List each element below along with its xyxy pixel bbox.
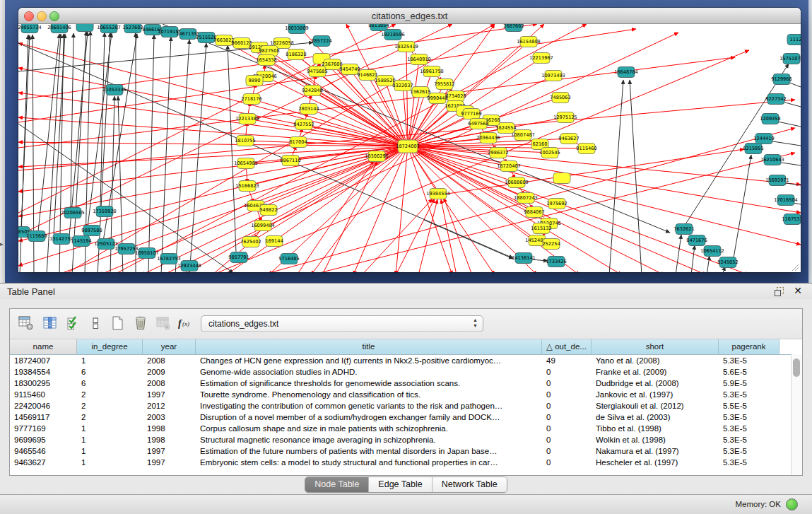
column-header-pagerank[interactable]: pagerank bbox=[719, 339, 779, 354]
graph-node[interactable]: 9884067 bbox=[524, 207, 544, 218]
graph-node[interactable]: 9129966 bbox=[771, 74, 792, 85]
table-row[interactable]: 969969511998Structural magnetic resonanc… bbox=[10, 434, 802, 445]
graph-node[interactable]: 1975692 bbox=[546, 199, 567, 209]
graph-node[interactable]: 17016504 bbox=[774, 195, 798, 206]
new-table-icon[interactable] bbox=[109, 314, 127, 332]
right-panel-divider[interactable] bbox=[808, 0, 812, 283]
graph-node[interactable]: 9475685 bbox=[307, 66, 327, 77]
graph-node[interactable]: 2803144 bbox=[298, 104, 319, 115]
graph-node[interactable]: 18720407 bbox=[497, 161, 521, 172]
graph-node[interactable]: 8215955 bbox=[743, 144, 763, 154]
function-builder-icon[interactable]: f (x) bbox=[177, 314, 195, 332]
resize-grip-icon[interactable] bbox=[792, 264, 799, 271]
graph-node[interactable]: 1810755 bbox=[235, 136, 255, 146]
graph-node[interactable]: 1733426 bbox=[546, 257, 566, 267]
graph-node[interactable]: 5716485 bbox=[278, 254, 299, 264]
graph-node[interactable]: 1654338 bbox=[256, 55, 276, 66]
graph-node[interactable]: 18300295 bbox=[365, 151, 389, 162]
graph-node[interactable]: 10655287 bbox=[97, 24, 121, 33]
table-row[interactable]: 2242004622012Investigating the contribut… bbox=[10, 400, 802, 411]
table-row[interactable]: 1830029562008Estimation of significance … bbox=[10, 378, 802, 389]
graph-node[interactable]: 12213967 bbox=[529, 53, 553, 64]
graph-node[interactable]: 18325419 bbox=[394, 42, 418, 52]
graph-node[interactable]: 9227342 bbox=[765, 94, 786, 105]
table-row[interactable]: 911546021997Tourette syndrome. Phenomeno… bbox=[10, 389, 802, 400]
graph-node[interactable]: 9990448 bbox=[427, 93, 447, 104]
graph-node[interactable]: 10654985 bbox=[234, 158, 258, 169]
window-titlebar[interactable]: citations_edges.txt bbox=[18, 8, 801, 24]
table-row[interactable]: 1872400712008Changes of HCN gene express… bbox=[10, 355, 802, 366]
graph-node[interactable]: 1167533 bbox=[782, 214, 801, 225]
graph-node[interactable]: 13142757 bbox=[49, 234, 73, 245]
graph-node[interactable]: 8471676 bbox=[686, 235, 707, 246]
graph-node[interactable]: 10654112 bbox=[700, 246, 724, 257]
graph-node[interactable]: 10973493 bbox=[541, 71, 565, 81]
graph-node[interactable]: 6734028 bbox=[445, 91, 466, 102]
float-panel-icon[interactable] bbox=[775, 287, 784, 296]
panel-collapse-arrow[interactable]: ▸ bbox=[0, 241, 4, 247]
graph-node[interactable]: 9777169 bbox=[461, 109, 481, 119]
network-view-canvas[interactable]: 2405572420691406106552871527602846616010… bbox=[18, 24, 801, 272]
graph-node[interactable]: 2718176 bbox=[241, 94, 261, 105]
graph-node[interactable]: 9245652 bbox=[717, 257, 738, 268]
citation-network-graph[interactable]: 2405572420691406106552871527602846616010… bbox=[18, 24, 801, 272]
graph-node[interactable]: 16782753 bbox=[157, 254, 181, 264]
graph-node[interactable]: 1244419 bbox=[753, 134, 774, 144]
graph-node[interactable]: 20206505 bbox=[61, 208, 85, 218]
graph-node[interactable]: 18807243 bbox=[514, 193, 538, 204]
graph-node[interactable]: 16154808 bbox=[517, 37, 541, 47]
graph-node[interactable]: 9097588 bbox=[81, 226, 102, 236]
table-row[interactable]: 977716911998Corpus callosum shape and si… bbox=[10, 423, 802, 434]
graph-node[interactable]: 8427552 bbox=[293, 119, 314, 130]
graph-node[interactable]: 12213389 bbox=[235, 114, 259, 124]
graph-node[interactable]: 15166823 bbox=[235, 181, 259, 192]
column-header-name[interactable]: name bbox=[10, 339, 77, 354]
graph-node[interactable]: 18724007 bbox=[396, 140, 420, 153]
graph-node[interactable]: 16648784 bbox=[614, 67, 638, 78]
graph-node[interactable]: 16961758 bbox=[420, 66, 444, 77]
graph-node[interactable] bbox=[553, 173, 570, 184]
table-row[interactable]: 946554611997Estimation of the future num… bbox=[10, 445, 802, 457]
row-height-icon[interactable] bbox=[86, 314, 105, 332]
tab-node-table[interactable]: Node Table bbox=[305, 477, 368, 492]
select-all-rows-icon[interactable] bbox=[64, 314, 83, 332]
graph-node[interactable]: 19384554 bbox=[426, 189, 450, 199]
tab-network-table[interactable]: Network Table bbox=[432, 477, 507, 492]
table-settings-icon[interactable] bbox=[17, 314, 35, 332]
graph-node[interactable]: 9115460 bbox=[576, 144, 596, 154]
graph-node[interactable]: 20691406 bbox=[47, 24, 71, 33]
graph-node[interactable]: 1615132 bbox=[531, 223, 551, 234]
graph-node[interactable]: 9890 bbox=[246, 76, 263, 86]
graph-node[interactable]: 1209358 bbox=[760, 114, 780, 124]
memory-status-indicator[interactable] bbox=[786, 498, 798, 510]
graph-node[interactable]: 1527602 bbox=[122, 24, 143, 33]
graph-node[interactable]: 19218596 bbox=[381, 30, 405, 40]
graph-node[interactable]: 1145194 bbox=[71, 236, 91, 247]
graph-node[interactable]: 9242848 bbox=[302, 86, 322, 96]
graph-node[interactable]: 7632621 bbox=[673, 224, 694, 235]
graph-node[interactable]: 10688609 bbox=[505, 177, 529, 188]
graph-node[interactable]: 16210643 bbox=[760, 155, 784, 165]
graph-node[interactable]: 9857791 bbox=[228, 252, 249, 263]
graph-node[interactable]: 16958107 bbox=[135, 248, 159, 259]
table-row[interactable]: 1456911722003Disruption of a novel membe… bbox=[10, 411, 802, 423]
graph-node[interactable]: 17359928 bbox=[93, 206, 117, 217]
graph-node[interactable]: 15692971 bbox=[765, 175, 789, 186]
graph-node[interactable]: 7857224 bbox=[311, 36, 331, 47]
tab-edge-table[interactable]: Edge Table bbox=[368, 477, 431, 492]
graph-node[interactable]: 1002545 bbox=[539, 148, 560, 158]
graph-node[interactable]: 169144 bbox=[265, 236, 283, 247]
graph-node[interactable]: 8867110 bbox=[280, 156, 300, 166]
graph-node[interactable]: 15751074 bbox=[779, 54, 801, 64]
table-row[interactable]: 946362711997Embryonic stem cells: a mode… bbox=[10, 457, 802, 468]
graph-node[interactable]: 16033809 bbox=[285, 24, 309, 34]
graph-node[interactable]: 21053346 bbox=[102, 85, 126, 95]
graph-node[interactable]: 8186328 bbox=[286, 49, 306, 60]
graph-node[interactable]: 12923448 bbox=[177, 261, 201, 271]
graph-node[interactable]: 14136141 bbox=[512, 253, 536, 264]
delete-icon[interactable] bbox=[131, 314, 150, 332]
close-panel-icon[interactable]: ✕ bbox=[794, 285, 802, 296]
table-row[interactable]: 1938455462009Genome-wide association stu… bbox=[10, 366, 802, 378]
column-header-in_degree[interactable]: in_degree bbox=[77, 339, 143, 354]
column-header-short[interactable]: short bbox=[592, 339, 719, 354]
